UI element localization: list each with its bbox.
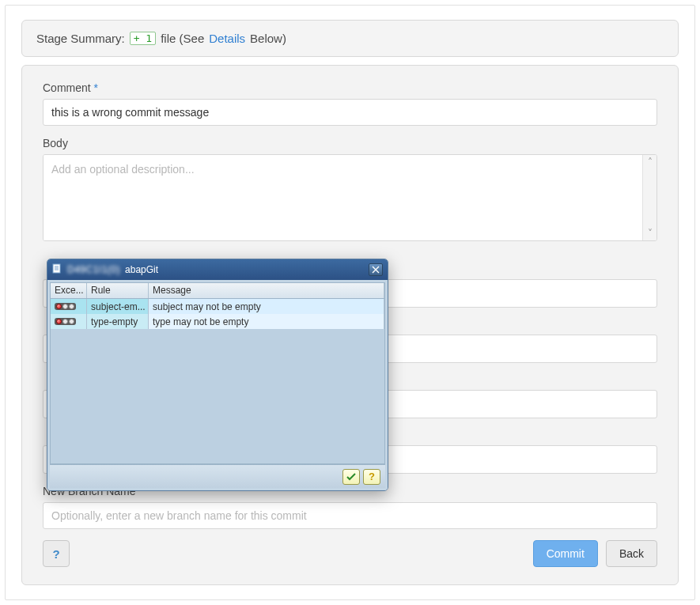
stage-summary-suffix: Below) [250,32,286,45]
stage-file-word: file (See [161,32,204,45]
dialog-titlebar[interactable]: D49C1I1(0) abapGit [47,259,388,280]
col-header-rule[interactable]: Rule [87,283,149,298]
stage-summary-panel: Stage Summary: + 1 file (See Details Bel… [21,20,679,57]
dialog-ok-button[interactable] [342,469,360,485]
body-label: Body [43,137,657,149]
dialog-footer: ? [50,464,385,488]
question-icon: ? [52,547,59,561]
grid-row[interactable]: type-empty type may not be empty [51,314,384,329]
help-button[interactable]: ? [43,540,70,567]
col-header-message[interactable]: Message [149,283,384,298]
action-buttons: Commit Back [533,540,657,567]
dialog-title-obscured: D49C1I1(0) [67,264,120,275]
message-cell: subject may not be empty [149,299,384,314]
traffic-light-icon [55,303,76,310]
new-branch-field: New Branch Name [43,485,657,529]
grid-row[interactable]: subject-em... subject may not be empty [51,299,384,314]
grid-empty-area [51,329,384,463]
document-icon [52,263,62,276]
dialog-help-button[interactable]: ? [363,469,380,485]
scroll-down-icon[interactable]: ˅ [648,228,653,239]
new-branch-input[interactable] [43,502,657,529]
comment-label-text: Comment [43,81,91,94]
grid-header-row: Exce... Rule Message [51,283,384,299]
body-textarea[interactable] [44,155,642,240]
close-icon [372,266,380,274]
comment-label: Comment * [43,81,657,94]
stage-delta-badge: + 1 [130,32,156,45]
message-cell: type may not be empty [149,314,384,329]
exception-cell [51,314,87,329]
lint-grid: Exce... Rule Message subject-em... subje… [50,282,385,464]
col-header-exception[interactable]: Exce... [51,283,87,298]
stage-summary-text: Stage Summary: + 1 file (See Details Bel… [36,32,664,45]
comment-input[interactable] [43,99,657,126]
textarea-scrollbar[interactable]: ˄ ˅ [642,155,656,240]
dialog-title-app: abapGit [125,264,158,275]
required-asterisk: * [94,81,98,94]
rule-cell: subject-em... [87,299,149,314]
comment-field: Comment * [43,81,657,126]
details-link[interactable]: Details [209,32,245,45]
dialog-body: Exce... Rule Message subject-em... subje… [47,280,388,490]
dialog-close-button[interactable] [369,263,383,276]
body-textarea-wrap: ˄ ˅ [43,154,657,241]
check-icon [346,471,357,482]
lint-dialog: D49C1I1(0) abapGit Exce... Rule Message … [47,259,388,491]
rule-cell: type-empty [87,314,149,329]
body-field: Body ˄ ˅ [43,137,657,241]
commit-button[interactable]: Commit [533,540,598,567]
exception-cell [51,299,87,314]
stage-summary-prefix: Stage Summary: [36,32,125,45]
back-button[interactable]: Back [606,540,657,567]
form-footer-row: ? Commit Back [43,540,657,567]
traffic-light-icon [55,318,76,325]
scroll-up-icon[interactable]: ˄ [648,157,653,168]
question-icon: ? [369,471,375,482]
